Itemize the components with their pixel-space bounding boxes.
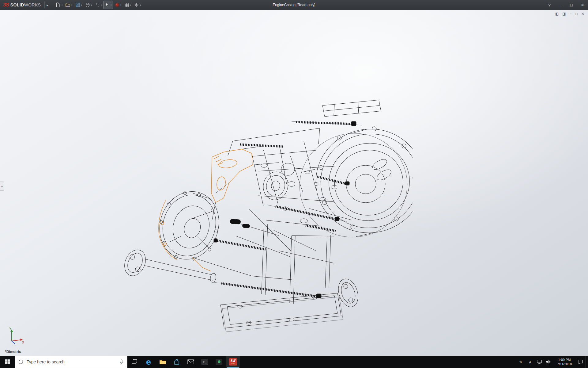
options-gear-icon	[134, 2, 139, 8]
dropdown-caret-icon[interactable]: ▾	[130, 4, 131, 6]
close-button[interactable]: ✕	[577, 0, 588, 10]
action-center-icon[interactable]	[576, 356, 584, 368]
right-flange[interactable]	[335, 276, 361, 309]
solidworks-app-icon: SW 2017	[229, 358, 237, 366]
save-button[interactable]: ▾	[74, 1, 83, 9]
feature-tree-expand-tab[interactable]: ◄	[0, 182, 4, 191]
file-explorer-button[interactable]	[156, 356, 170, 368]
print-button[interactable]: ▾	[84, 1, 93, 9]
volume-icon[interactable]	[545, 356, 552, 368]
triad-y-label: Y	[9, 327, 11, 331]
properties-button[interactable]: ▾	[123, 1, 132, 9]
clock-date: 7/11/2018	[554, 362, 575, 366]
mail-button[interactable]	[184, 356, 198, 368]
show-desktop-button[interactable]	[586, 356, 587, 368]
taskbar-search[interactable]	[15, 356, 127, 368]
sheet-properties-icon	[124, 2, 130, 8]
quick-toolbar: ▾ ▾ ▾ ▾ ▾	[54, 0, 142, 10]
new-document-icon	[55, 2, 61, 8]
triad-x-label: X	[22, 341, 24, 344]
graphics-viewport[interactable]: ◧ ◨ − □ ✕ ◄	[0, 10, 588, 356]
select-cursor-icon	[104, 2, 110, 8]
system-tray: ✎ ∧ 1:00 PM 7/11/2018	[517, 356, 588, 368]
front-cover-plate[interactable]	[151, 184, 228, 267]
start-button[interactable]	[0, 356, 15, 368]
task-view-button[interactable]	[127, 356, 141, 368]
base-plate[interactable]	[221, 293, 343, 332]
dropdown-caret-icon[interactable]: ▾	[91, 4, 92, 6]
search-icon	[18, 359, 24, 365]
sw-badge-line1: SW	[231, 359, 236, 362]
windows-logo-icon	[5, 359, 10, 365]
dropdown-caret-icon[interactable]: ▾	[101, 4, 102, 6]
microphone-icon[interactable]	[119, 359, 124, 365]
media-app-button[interactable]	[212, 356, 226, 368]
save-icon	[75, 2, 81, 8]
edge-icon: e	[146, 358, 151, 366]
windows-ink-icon[interactable]: ✎	[517, 356, 525, 368]
console-button[interactable]: >_	[198, 356, 212, 368]
brand-text-light: WORKS	[24, 2, 41, 7]
solidworks-taskbar-button[interactable]: SW 2017	[226, 356, 240, 368]
maximize-button[interactable]: □	[566, 0, 577, 10]
store-icon	[174, 359, 180, 365]
action-center-glyph	[578, 360, 583, 364]
solidworks-titlebar: 3S SOLIDWORKS ▸ ▾ ▾ ▾	[0, 0, 588, 10]
spring-studs[interactable]	[212, 121, 362, 298]
file-explorer-icon	[159, 359, 166, 365]
clock-time: 1:00 PM	[554, 358, 575, 362]
appearance-sphere-icon	[114, 2, 120, 8]
dropdown-caret-icon[interactable]: ▾	[81, 4, 82, 6]
minimize-button[interactable]: −	[555, 0, 566, 10]
split-left-icon[interactable]: ◧	[555, 12, 559, 16]
tray-clock[interactable]: 1:00 PM 7/11/2018	[554, 358, 575, 366]
show-hidden-icons-button[interactable]: ∧	[526, 356, 534, 368]
solidworks-brand: 3S SOLIDWORKS	[0, 0, 43, 10]
dropdown-caret-icon[interactable]: ▾	[61, 4, 62, 6]
undo-button[interactable]: ▾	[94, 1, 103, 9]
sw-badge-line2: 2017	[231, 363, 235, 365]
appearance-button[interactable]: ▾	[113, 1, 123, 9]
doc-restore-button[interactable]: □	[575, 12, 578, 16]
volume-glyph	[546, 360, 551, 364]
highlighted-component[interactable]	[159, 149, 252, 271]
doc-close-button[interactable]: ✕	[581, 12, 584, 16]
brand-text-bold: SOLID	[10, 2, 24, 7]
network-glyph	[537, 360, 542, 364]
media-app-icon	[216, 359, 222, 365]
console-icon: >_	[202, 359, 208, 365]
network-icon[interactable]	[535, 356, 543, 368]
dropdown-caret-icon[interactable]: ▾	[120, 4, 122, 6]
mail-icon	[187, 359, 194, 365]
dropdown-caret-icon[interactable]: ▾	[71, 4, 72, 6]
undo-icon	[95, 2, 100, 8]
search-input[interactable]	[27, 359, 116, 364]
windows-taskbar: e >_ SW 2017 ✎ ∧	[0, 356, 588, 368]
split-right-icon[interactable]: ◨	[562, 12, 566, 16]
open-button[interactable]: ▾	[64, 1, 73, 9]
edge-button[interactable]: e	[141, 356, 156, 368]
view-orientation-label: *Dimetric	[5, 350, 21, 354]
flywheel-housing[interactable]	[290, 119, 413, 247]
cad-wireframe-model[interactable]	[120, 92, 413, 334]
help-button[interactable]: ?	[544, 0, 555, 10]
print-icon	[85, 2, 90, 8]
dropdown-caret-icon[interactable]: ▾	[111, 4, 112, 6]
doc-minimize-button[interactable]: −	[570, 12, 572, 16]
dassault-logo-icon: 3S	[3, 2, 9, 8]
document-window-controls: ◧ ◨ − □ ✕	[555, 12, 584, 16]
titlebar-window-controls: ? − □ ✕	[544, 0, 588, 10]
orientation-triad: Y X	[7, 327, 25, 345]
gearcase-body[interactable]	[193, 128, 352, 304]
dropdown-caret-icon[interactable]: ▾	[140, 4, 141, 6]
options-button[interactable]: ▾	[133, 1, 142, 9]
new-document-button[interactable]: ▾	[54, 1, 63, 9]
menu-flyout-arrow[interactable]: ▸	[44, 2, 50, 8]
select-tool-button[interactable]: ▾	[104, 1, 113, 9]
store-button[interactable]	[170, 356, 184, 368]
open-folder-icon	[65, 2, 70, 8]
task-view-icon	[131, 359, 138, 365]
